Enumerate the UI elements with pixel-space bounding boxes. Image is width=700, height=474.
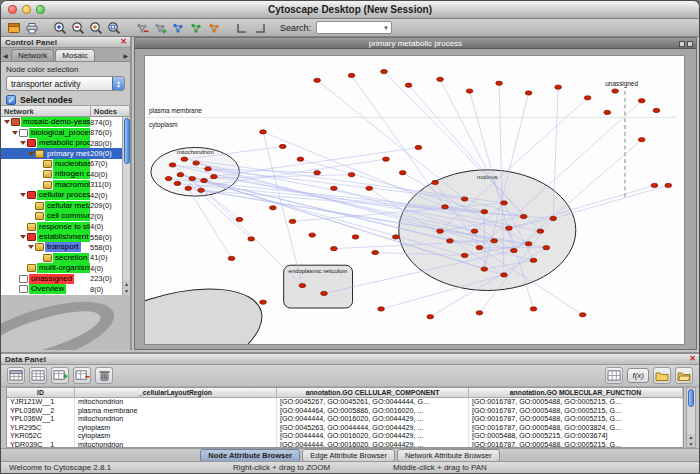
control-panel: Control Panel ✕ ◀ NetworkMosaic ▶ Node c… (1, 37, 132, 350)
table-cell: mitochondrion (75, 415, 277, 424)
color-attribute-value: transporter activity (11, 79, 80, 89)
tab-edge-attribute-browser[interactable]: Edge Attribute Browser (302, 449, 395, 462)
column-header[interactable]: annotation.GO MOLECULAR_FUNCTION (469, 388, 683, 397)
tree-row[interactable]: cellular process42(0) (1, 190, 130, 200)
zoom-out-icon[interactable] (70, 20, 86, 36)
page-icon (19, 129, 28, 137)
tree-row-count: 8(0) (90, 285, 120, 294)
tree-scrollbar[interactable]: ▲▼ (122, 117, 130, 295)
table-scrollbar[interactable]: ▲▼ (686, 387, 696, 448)
search-box[interactable]: ▼ (316, 21, 392, 34)
select-attributes-icon[interactable] (7, 367, 25, 384)
annotation-icon[interactable] (234, 20, 250, 36)
open-folder-icon[interactable] (675, 367, 693, 384)
red-icon (27, 233, 36, 241)
tree-scrollbar-thumb[interactable] (124, 118, 130, 164)
select-nodes-row: ✓ Select nodes (6, 95, 125, 105)
tab-network[interactable]: Network (11, 49, 54, 61)
status-bar: Welcome to Cytoscape 2.8.1 Right-click +… (1, 461, 699, 473)
titlebar[interactable]: Cytoscape Desktop (New Session) (1, 1, 699, 19)
column-header[interactable]: annotation.GO CELLULAR_COMPONENT (277, 388, 469, 397)
tree-row[interactable]: unassigned223(0) (1, 274, 130, 284)
destroy-network-icon[interactable] (188, 20, 204, 36)
tree-row[interactable]: secretion41(0) (1, 253, 130, 263)
expand-icon[interactable] (27, 242, 35, 252)
tree-column-nodes[interactable]: Nodes (91, 106, 130, 116)
session-icon[interactable] (6, 20, 22, 36)
data-panel-close-icon[interactable]: ✕ (689, 355, 696, 363)
node-color-selection: Node color selection transporter activit… (1, 62, 130, 106)
tree-row[interactable]: macromolecule311(0) (1, 180, 130, 190)
no-expand-icon (35, 169, 43, 179)
expand-icon[interactable] (19, 190, 27, 200)
vizmapper-icon[interactable] (206, 20, 222, 36)
tree-row[interactable]: multi-organism pro4(0) (1, 263, 130, 273)
tree-column-network[interactable]: Network (1, 106, 91, 116)
table-row[interactable]: YPL036W__2plasma membrane[GO:0044464, GO… (7, 407, 683, 416)
unselect-attributes-icon[interactable] (29, 367, 47, 384)
expand-icon[interactable] (19, 232, 27, 242)
tree-row[interactable]: establishment of lo558(0) (1, 232, 130, 242)
function-builder-button[interactable]: f(x) (627, 368, 649, 383)
tree-row[interactable]: biological_process876(0) (1, 127, 130, 137)
new-attribute-icon[interactable] (51, 367, 69, 384)
network-view-titlebar[interactable]: primary metabolic process (135, 38, 696, 49)
window-restore-icon[interactable] (679, 41, 685, 47)
expand-icon[interactable] (3, 117, 11, 127)
table-cell: YDR039C__1 (7, 441, 75, 448)
control-panel-close-icon[interactable]: ✕ (120, 38, 127, 46)
zoom-selected-icon[interactable] (88, 20, 104, 36)
window-close-icon[interactable] (687, 41, 693, 47)
tree-row-count: 41(0) (90, 253, 120, 262)
tree-row[interactable]: nitrogen compou40(0) (1, 169, 130, 179)
tab-scroll-right-icon[interactable]: ▶ (123, 52, 128, 59)
tree-scrollbar-arrows[interactable]: ▲▼ (123, 281, 130, 295)
layout-icon[interactable] (252, 20, 268, 36)
node-color-selection-label: Node color selection (6, 65, 125, 74)
tree-row[interactable]: primary metabolic209(0) (1, 148, 130, 158)
zoom-fit-icon[interactable] (106, 20, 122, 36)
table-scrollbar-thumb[interactable] (688, 389, 694, 407)
page-icon (19, 285, 28, 293)
tree-row[interactable]: response to stimulu4(0) (1, 221, 130, 231)
tree-row[interactable]: cell communicati2(0) (1, 211, 130, 221)
tree-row[interactable]: metabolic process280(0) (1, 138, 130, 148)
tree-row[interactable]: cellular metaboli209(0) (1, 201, 130, 211)
delete-attribute-icon[interactable] (73, 367, 91, 384)
table-row[interactable]: YKR052Ccytoplasm[GO:0044444, GO:0016020,… (7, 432, 683, 441)
expand-icon[interactable] (19, 138, 27, 148)
no-expand-icon (11, 274, 19, 284)
new-network-from-selection-icon[interactable] (170, 20, 186, 36)
expand-icon[interactable] (27, 149, 35, 159)
color-attribute-select[interactable]: transporter activity ▲▼ (6, 76, 125, 91)
column-header[interactable]: ID (7, 388, 75, 397)
network-canvas[interactable]: mitochondrionnucleusendoplasmic reticulu… (144, 55, 685, 345)
matrix-icon[interactable] (605, 367, 623, 384)
trash-icon[interactable] (95, 367, 113, 384)
search-input[interactable] (317, 22, 391, 33)
tree-row-label: biological_process (29, 128, 90, 138)
tab-scroll-left-icon[interactable]: ◀ (3, 52, 8, 59)
tree-row[interactable]: mosaic-demo-yeast874(0) (1, 117, 130, 127)
table-row[interactable]: YDR039C__1mitochondrion[GO:0044444, GO:0… (7, 441, 683, 448)
printer-icon[interactable] (24, 20, 40, 36)
expand-icon[interactable] (11, 128, 19, 138)
import-attributes-icon[interactable] (653, 367, 671, 384)
tree-row[interactable]: transport558(0) (1, 242, 130, 252)
combo-arrows-icon[interactable]: ▲▼ (112, 76, 125, 91)
tree-row[interactable]: Overview8(0) (1, 284, 130, 294)
table-row[interactable]: YPL036W__1mitochondrion[GO:0044444, GO:0… (7, 415, 683, 424)
hide-selected-icon[interactable] (134, 20, 150, 36)
select-nodes-checkbox[interactable]: ✓ (6, 95, 16, 105)
tab-network-attribute-browser[interactable]: Network Attribute Browser (397, 449, 500, 462)
tab-mosaic[interactable]: Mosaic (55, 49, 94, 61)
zoom-in-icon[interactable] (52, 20, 68, 36)
column-header[interactable]: _cellularLayoutRegion (75, 388, 277, 397)
search-dropdown-icon[interactable]: ▼ (383, 25, 389, 31)
show-all-icon[interactable] (152, 20, 168, 36)
table-row[interactable]: YJR121W__1mitochondrion[GO:0045267, GO:0… (7, 398, 683, 407)
tab-node-attribute-browser[interactable]: Node Attribute Browser (200, 449, 300, 462)
table-scrollbar-arrows[interactable]: ▲▼ (687, 434, 695, 447)
table-row[interactable]: YLR295Ccytoplasm[GO:0045263, GO:0044444,… (7, 424, 683, 433)
tree-row[interactable]: nucleobase-cont67(0) (1, 159, 130, 169)
